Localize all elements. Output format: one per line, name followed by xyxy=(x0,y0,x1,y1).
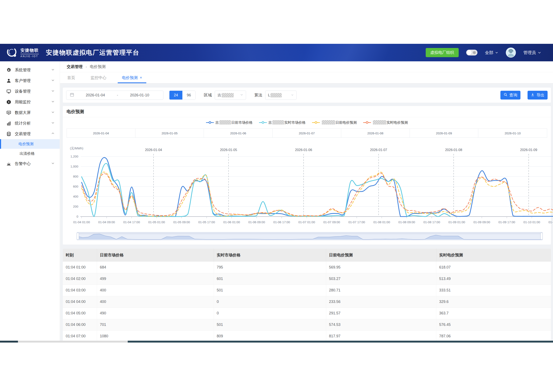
algorithm-select[interactable]: L xyxy=(265,91,296,100)
table-cell: 01:04 03:00 xyxy=(63,285,97,296)
sidebar-item-label: 客户管理 xyxy=(15,78,31,84)
date-strip-cell: 2026-01-05 xyxy=(135,129,204,138)
slider-handle-right xyxy=(540,233,543,239)
sidebar-subitem-出清价格[interactable]: 出清价格 xyxy=(0,149,60,158)
legend-item-实时市场价格[interactable]: 吉实时市场价格 xyxy=(259,120,306,125)
sidebar-item-统计分析[interactable]: 统计分析 xyxy=(0,118,60,128)
user-menu[interactable]: 管理员 xyxy=(523,50,541,56)
scrollbar-thumb[interactable] xyxy=(128,341,553,343)
table-cell: 795 xyxy=(214,262,326,273)
price-forecast-chart: (元/MWh)02004006008001,0001,2002026-01-04… xyxy=(64,143,553,227)
chart-card-title: 电价预测 xyxy=(67,109,84,114)
sidebar-item-label: 交易管理 xyxy=(15,131,31,137)
legend-item-日前市场价格[interactable]: 吉日前市场价格 xyxy=(206,120,253,125)
sidebar-item-系统管理[interactable]: 系统管理 xyxy=(0,65,60,75)
chevron-down-icon xyxy=(538,51,541,55)
date-strip-cell: 2026-01-06 xyxy=(204,129,273,138)
user-icon xyxy=(6,78,11,83)
legend-item-日前电价预测[interactable]: 日前电价预测 xyxy=(312,120,357,125)
svg-text:01-04 09:00: 01-04 09:00 xyxy=(98,220,115,224)
search-icon xyxy=(504,93,508,98)
legend-item-实时电价预测[interactable]: 实时电价预测 xyxy=(363,120,408,125)
sidebar-item-数据大屏[interactable]: 数据大屏 xyxy=(0,107,60,118)
sidebar-item-告警中心[interactable]: 告警中心 xyxy=(0,158,60,169)
chart-card: 电价预测 吉日前市场价格吉实时市场价格日前电价预测实时电价预测 2026-01-… xyxy=(63,106,551,245)
gear-icon xyxy=(6,68,11,73)
search-button[interactable]: 查询 xyxy=(500,91,520,99)
svg-text:1,200: 1,200 xyxy=(70,154,78,158)
toggle-knob xyxy=(467,50,472,55)
svg-text:01-06 09:00: 01-06 09:00 xyxy=(248,220,265,224)
svg-text:01-04 17:00: 01-04 17:00 xyxy=(123,220,140,224)
tab-label: 电价预测 xyxy=(122,75,138,81)
chevron-down-icon xyxy=(51,161,55,166)
date-range-picker[interactable]: 2026-01-04 - 2026-01-10 xyxy=(66,91,163,100)
table-header-日前市场价格: 日前市场价格 xyxy=(97,249,214,262)
table-header-row: 时刻日前市场价格实时市场价格日前电价预测实时电价预测 xyxy=(63,249,551,262)
table-cell: 0 xyxy=(214,296,326,308)
interval-button-24[interactable]: 24 xyxy=(169,91,182,99)
date-end[interactable]: 2026-01-10 xyxy=(119,93,160,98)
trade-icon xyxy=(6,132,11,136)
table-header-时刻: 时刻 xyxy=(63,249,97,262)
sidebar-item-label: 设备管理 xyxy=(15,89,31,94)
legend-label: 吉实时市场价格 xyxy=(268,120,306,125)
legend-marker-icon xyxy=(206,121,214,124)
masked-region-text xyxy=(222,93,234,98)
legend-label: 实时电价预测 xyxy=(372,120,408,125)
scrollbar-track xyxy=(18,341,128,343)
table-cell: 1080 xyxy=(97,330,214,341)
svg-text:01-08 17:00: 01-08 17:00 xyxy=(423,220,440,224)
svg-text:01-09 01:00: 01-09 01:00 xyxy=(448,220,465,224)
theme-toggle[interactable] xyxy=(466,50,477,56)
breadcrumb-current: 电价预测 xyxy=(90,64,105,70)
vpp-org-button[interactable]: 虚拟电厂组织 xyxy=(426,48,459,57)
table-cell: 280.71 xyxy=(326,285,436,296)
tab-电价预测[interactable]: 电价预测× xyxy=(120,72,144,83)
stats-icon xyxy=(6,121,11,126)
sidebar-item-设备管理[interactable]: 设备管理 xyxy=(0,86,60,97)
datazoom-slider[interactable] xyxy=(77,232,543,240)
table-cell: 0 xyxy=(214,308,326,319)
interval-button-96[interactable]: 96 xyxy=(182,91,195,99)
logo-en: ANJIE-IOT xyxy=(21,55,39,58)
price-table: 时刻日前市场价格实时市场价格日前电价预测实时电价预测 01:04 01:0068… xyxy=(63,249,551,341)
legend-label: 日前电价预测 xyxy=(321,120,357,125)
export-button[interactable]: 导出 xyxy=(528,91,548,99)
sidebar-subitem-电价预测[interactable]: 电价预测 xyxy=(0,139,60,149)
table-cell: 499 xyxy=(97,273,214,285)
logo-divider xyxy=(21,54,39,54)
slider-handle-left xyxy=(77,233,79,239)
close-icon[interactable]: × xyxy=(140,76,142,80)
legend-marker-icon xyxy=(363,121,371,124)
region-select[interactable]: 吉 xyxy=(215,91,246,100)
svg-text:01-08 09:00: 01-08 09:00 xyxy=(398,220,415,224)
svg-text:0: 0 xyxy=(77,215,78,218)
sidebar-item-客户管理[interactable]: 客户管理 xyxy=(0,75,60,86)
table-card: 时刻日前市场价格实时市场价格日前电价预测实时电价预测 01:04 01:0068… xyxy=(63,249,551,341)
legend-label: 吉日前市场价格 xyxy=(215,120,253,125)
tab-首页[interactable]: 首页 xyxy=(65,72,77,83)
svg-text:(元/MWh): (元/MWh) xyxy=(70,147,83,150)
tab-监控中心[interactable]: 监控中心 xyxy=(89,72,108,83)
sidebar-item-用能监控[interactable]: 用能监控 xyxy=(0,97,60,107)
svg-text:2026-01-06: 2026-01-06 xyxy=(295,148,312,152)
breadcrumb-separator: › xyxy=(85,64,87,69)
chevron-down-icon xyxy=(51,68,55,72)
scrollbar-segment xyxy=(0,341,18,343)
table-cell: 576.45 xyxy=(436,319,551,330)
scope-dropdown[interactable]: 全部 xyxy=(485,50,498,56)
masked-algorithm-text xyxy=(270,93,282,98)
svg-text:01-04 01:00: 01-04 01:00 xyxy=(73,220,90,224)
table-cell: 363.7 xyxy=(436,308,551,319)
logo-ring-icon xyxy=(6,46,18,59)
avatar[interactable] xyxy=(506,48,516,58)
breadcrumb-parent[interactable]: 交易管理 xyxy=(67,64,83,70)
tab-label: 首页 xyxy=(67,75,75,81)
table-row: 01:04 06:00701501574.53576.45 xyxy=(63,319,551,330)
content-area: 2026-01-04 - 2026-01-10 2496 区域 吉 算法 L xyxy=(60,84,553,341)
svg-text:01-07 01:00: 01-07 01:00 xyxy=(298,220,315,224)
date-start[interactable]: 2026-01-04 xyxy=(75,93,116,98)
filter-bar: 2026-01-04 - 2026-01-10 2496 区域 吉 算法 L xyxy=(63,88,551,103)
sidebar-item-交易管理[interactable]: 交易管理 xyxy=(0,128,60,139)
